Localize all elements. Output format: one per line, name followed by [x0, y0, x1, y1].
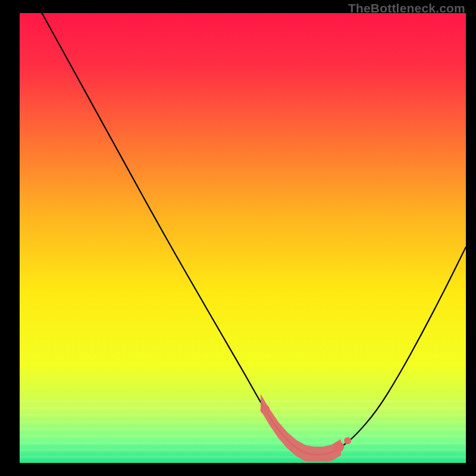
svg-rect-9 — [20, 456, 466, 459]
svg-rect-5 — [20, 428, 466, 431]
svg-rect-8 — [20, 449, 466, 452]
chart-frame: TheBottleneck.com — [0, 0, 476, 476]
chart-plot-area — [20, 13, 466, 463]
svg-rect-6 — [20, 435, 466, 438]
svg-point-11 — [333, 441, 344, 452]
svg-rect-2 — [20, 407, 466, 410]
svg-point-10 — [261, 405, 270, 414]
svg-rect-0 — [20, 13, 466, 463]
svg-rect-3 — [20, 414, 466, 417]
chart-svg — [20, 13, 466, 463]
svg-rect-1 — [20, 400, 466, 403]
svg-rect-4 — [20, 421, 466, 424]
svg-point-12 — [344, 437, 351, 444]
svg-rect-7 — [20, 441, 466, 444]
